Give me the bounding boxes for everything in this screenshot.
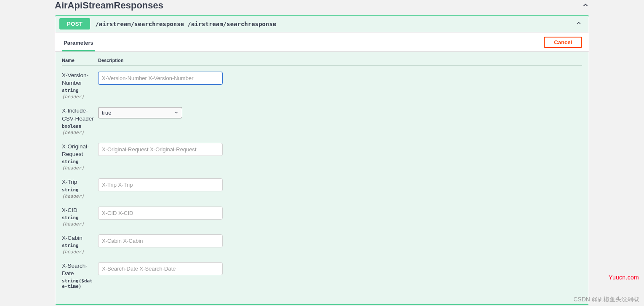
parameter-input[interactable]	[98, 143, 223, 156]
parameter-row: X-Original-Requeststring(header)	[62, 143, 582, 171]
parameter-name-cell: X-Search-Datestring($date-time)	[62, 262, 98, 290]
parameter-type: string	[62, 215, 95, 220]
operation-summary[interactable]: POST /airstream/searchresponse /airstrea…	[55, 16, 589, 32]
tabs-row: Parameters Cancel	[55, 32, 589, 52]
parameter-name: X-Cabin	[62, 234, 95, 242]
parameter-row: X-Include-CSV-Headerboolean(header)true	[62, 107, 582, 135]
parameter-name: X-Include-CSV-Header	[62, 107, 95, 122]
tag-header: AirApiStreamResponses	[55, 0, 589, 15]
parameter-input[interactable]	[98, 207, 223, 220]
parameter-input-cell	[98, 143, 582, 156]
parameter-input-cell: true	[98, 107, 582, 118]
parameter-name-cell: X-Original-Requeststring(header)	[62, 143, 98, 171]
operation-path: /airstream/searchresponse /airstream/sea…	[95, 21, 573, 27]
column-header-name: Name	[62, 58, 98, 63]
parameter-row: X-CIDstring(header)	[62, 207, 582, 227]
parameter-select-wrap: true	[98, 107, 182, 118]
operation-block: POST /airstream/searchresponse /airstrea…	[55, 15, 589, 305]
parameter-name-cell: X-Tripstring(header)	[62, 178, 98, 199]
parameter-name: X-CID	[62, 207, 95, 214]
parameter-type: string	[62, 159, 95, 164]
parameter-type: boolean	[62, 123, 95, 129]
parameter-input[interactable]	[98, 178, 223, 191]
parameter-location: (header)	[62, 193, 95, 199]
cancel-button[interactable]: Cancel	[544, 37, 582, 48]
watermark-site: Yuucn.com	[609, 274, 639, 281]
parameter-name: X-Trip	[62, 178, 95, 186]
parameter-name: X-Original-Request	[62, 143, 95, 158]
parameter-row: X-Cabinstring(header)	[62, 234, 582, 255]
parameter-row: X-Search-Datestring($date-time)	[62, 262, 582, 290]
parameter-name: X-Search-Date	[62, 262, 95, 277]
parameter-input-cell	[98, 234, 582, 247]
parameter-input-cell	[98, 207, 582, 220]
parameters-table-header: Name Description	[62, 52, 582, 66]
tab-parameters[interactable]: Parameters	[62, 37, 95, 51]
parameter-name-cell: X-Cabinstring(header)	[62, 234, 98, 255]
parameter-name: X-Version-Number	[62, 72, 95, 87]
parameter-location: (header)	[62, 94, 95, 99]
chevron-up-icon[interactable]	[573, 20, 585, 28]
parameter-name-cell: X-CIDstring(header)	[62, 207, 98, 227]
parameter-location: (header)	[62, 221, 95, 227]
parameter-type: string	[62, 243, 95, 248]
watermark-author: CSDN @剁椒鱼头没剁椒	[573, 296, 639, 303]
http-method-badge: POST	[59, 18, 90, 30]
parameter-location: (header)	[62, 249, 95, 255]
parameter-type: string($date-time)	[62, 278, 95, 289]
parameter-input-cell	[98, 72, 582, 85]
parameter-row: X-Tripstring(header)	[62, 178, 582, 199]
parameter-input-cell	[98, 178, 582, 191]
tag-title[interactable]: AirApiStreamResponses	[55, 0, 163, 11]
parameter-type: string	[62, 88, 95, 93]
parameter-location: (header)	[62, 130, 95, 135]
parameter-input[interactable]	[98, 262, 223, 275]
parameter-input[interactable]	[98, 72, 223, 85]
chevron-up-icon[interactable]	[582, 1, 589, 10]
parameter-name-cell: X-Include-CSV-Headerboolean(header)	[62, 107, 98, 135]
column-header-description: Description	[98, 58, 124, 63]
parameter-name-cell: X-Version-Numberstring(header)	[62, 72, 98, 99]
parameter-input[interactable]	[98, 234, 223, 247]
parameter-location: (header)	[62, 165, 95, 171]
parameter-select[interactable]: true	[98, 107, 182, 118]
parameter-input-cell	[98, 262, 582, 275]
parameter-type: string	[62, 187, 95, 193]
parameters-area: Name Description X-Version-Numberstring(…	[55, 52, 589, 304]
operation-body: Parameters Cancel Name Description X-Ver…	[55, 32, 589, 304]
parameter-row: X-Version-Numberstring(header)	[62, 72, 582, 99]
